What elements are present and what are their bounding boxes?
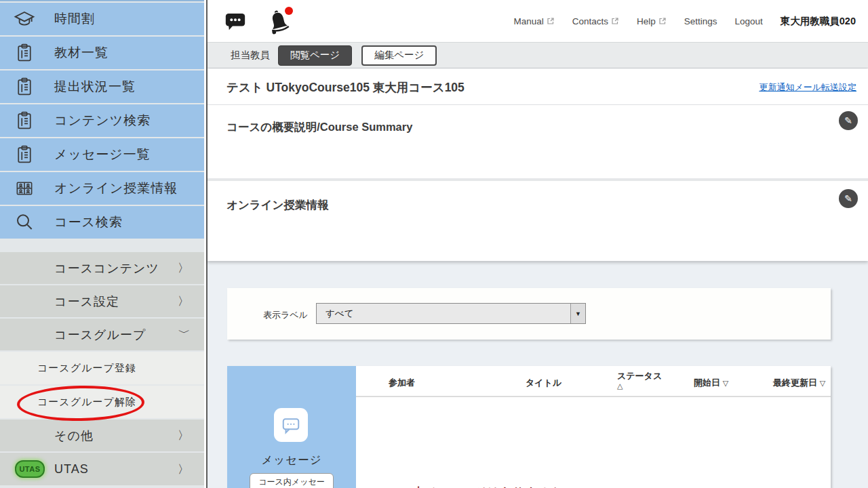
graduation-cap-icon — [12, 7, 37, 31]
external-link-icon — [547, 17, 555, 25]
clipboard-icon — [12, 142, 37, 167]
message-table-header: 参加者 タイトル ステータス △ 開始日 ▽ 最終更新日 ▽ — [356, 366, 831, 397]
sidebar-item-course-settings[interactable]: コース設定 〉 — [0, 285, 204, 317]
external-link-icon — [658, 17, 667, 25]
settings-link[interactable]: Settings — [684, 16, 717, 26]
chevron-right-icon: 〉 — [178, 462, 189, 477]
search-icon — [12, 210, 37, 235]
lms-screen: 時間割 教材一覧 提出状況一覧 — [0, 0, 868, 488]
sidebar-item-course-group-release[interactable]: コースグループ解除 — [0, 386, 204, 418]
sidebar-item-label: オンライン授業情報 — [54, 180, 178, 197]
sidebar-item-timetable[interactable]: 時間割 — [0, 3, 204, 35]
top-nav: Manual Contacts Help — [513, 0, 856, 42]
sidebar-item-course-contents[interactable]: コースコンテンツ 〉 — [0, 252, 204, 284]
sidebar-item-label: コースコンテンツ — [54, 260, 159, 277]
course-title: テスト UTokyoCourse105 東大用コース105 — [226, 79, 465, 96]
label-filter-select[interactable]: すべて ▼ — [316, 303, 586, 324]
settings-link-label: Settings — [684, 16, 717, 26]
manual-link-label: Manual — [513, 16, 543, 26]
sidebar-item-label: 教材一覧 — [54, 44, 108, 62]
course-message-button[interactable]: コース内メッセー — [250, 473, 334, 488]
role-label: 担当教員 — [231, 49, 270, 62]
sidebar-top-strip — [0, 0, 204, 1]
edit-summary-button[interactable]: ✎ — [839, 111, 858, 130]
user-name: 東大用教職員020 — [781, 15, 856, 28]
sidebar-item-course-group-register[interactable]: コースグループ登録 — [0, 352, 204, 384]
start-date-header-label: 開始日 — [694, 378, 720, 388]
sidebar-item-materials[interactable]: 教材一覧 — [0, 37, 204, 69]
logout-link[interactable]: Logout — [735, 16, 763, 26]
sidebar-item-message-list[interactable]: メッセージ一覧 — [0, 138, 204, 171]
last-updated-header-label: 最終更新日 — [773, 378, 817, 388]
sidebar-item-label: 提出状況一覧 — [54, 78, 136, 96]
message-panel-title: メッセージ — [227, 453, 356, 468]
sidebar-item-content-search[interactable]: コンテンツ検索 — [0, 104, 204, 137]
sidebar-item-label: メッセージ一覧 — [54, 146, 151, 163]
contacts-link-label: Contacts — [572, 16, 608, 26]
sidebar-item-others[interactable]: その他 〉 — [0, 420, 204, 451]
online-class-title: オンライン授業情報 — [226, 198, 328, 213]
dropdown-arrow-icon[interactable]: ▼ — [570, 304, 585, 323]
clipboard-icon — [12, 41, 37, 65]
sort-descending-icon[interactable]: ▽ — [820, 379, 825, 387]
edit-online-class-button[interactable]: ✎ — [839, 189, 858, 208]
chevron-down-icon: 〉 — [176, 329, 191, 340]
sidebar-item-label: 時間割 — [54, 10, 95, 28]
sidebar-item-label: コンテンツ検索 — [54, 112, 151, 129]
sidebar-item-utas[interactable]: UTAS UTAS 〉 — [0, 453, 204, 485]
course-summary-section: コースの概要説明/Course Summary ✎ — [208, 106, 868, 181]
chevron-right-icon: 〉 — [178, 260, 189, 276]
column-header-start-date[interactable]: 開始日 ▽ — [694, 377, 728, 389]
sidebar-item-online-class[interactable]: オンライン授業情報 — [0, 172, 204, 205]
course-panel: テスト UTokyoCourse105 東大用コース105 更新通知メール転送設… — [208, 68, 868, 261]
chevron-right-icon: 〉 — [178, 428, 189, 443]
column-header-participants[interactable]: 参加者 — [389, 377, 415, 389]
tab-bar: 担当教員 閲覧ページ 編集ページ — [208, 42, 868, 68]
sort-descending-icon[interactable]: ▽ — [723, 379, 728, 387]
messages-icon[interactable] — [224, 8, 247, 33]
sidebar: 時間割 教材一覧 提出状況一覧 — [0, 0, 204, 488]
manual-link[interactable]: Manual — [513, 16, 554, 26]
main-area: Manual Contacts Help — [208, 0, 868, 488]
message-bubble-icon — [274, 408, 308, 442]
column-header-title[interactable]: タイトル — [526, 377, 561, 389]
tab-view-page[interactable]: 閲覧ページ — [278, 45, 352, 66]
notifications-bell-icon[interactable] — [266, 8, 292, 35]
sidebar-item-course-search[interactable]: コース検索 — [0, 206, 204, 239]
logout-link-label: Logout — [735, 16, 763, 26]
message-category-cell: メッセージ コース内メッセー — [227, 366, 356, 488]
sidebar-item-course-group[interactable]: コースグループ 〉 — [0, 319, 204, 350]
sidebar-item-submissions[interactable]: 提出状況一覧 — [0, 70, 204, 103]
sidebar-item-label: コースグループ — [54, 327, 146, 343]
clipboard-icon — [12, 75, 37, 99]
column-header-last-updated[interactable]: 最終更新日 ▽ — [773, 377, 825, 389]
sidebar-item-label: コースグループ登録 — [37, 362, 136, 375]
sidebar-item-label: その他 — [54, 428, 94, 444]
help-link[interactable]: Help — [637, 16, 667, 26]
notification-forward-link[interactable]: 更新通知メール転送設定 — [759, 81, 856, 94]
sidebar-item-label: コース検索 — [54, 214, 123, 231]
help-link-label: Help — [637, 16, 656, 26]
course-header: テスト UTokyoCourse105 東大用コース105 更新通知メール転送設… — [208, 68, 868, 105]
clipped-red-text: コース内メッセージはありません。 — [376, 485, 810, 488]
sidebar-item-label: コース設定 — [54, 293, 119, 310]
sort-ascending-icon[interactable]: △ — [617, 382, 623, 390]
sidebar-item-label: コースグループ解除 — [37, 396, 136, 409]
online-class-section: オンライン授業情報 ✎ — [208, 184, 868, 261]
clipboard-icon — [12, 108, 37, 133]
label-filter-card: 表示ラベル すべて ▼ — [227, 288, 831, 340]
column-header-status[interactable]: ステータス △ — [617, 371, 662, 390]
contacts-link[interactable]: Contacts — [572, 16, 619, 26]
tab-edit-page[interactable]: 編集ページ — [361, 45, 437, 66]
message-table-card: メッセージ コース内メッセー 参加者 タイトル ステータス △ 開始日 ▽ 最終… — [227, 366, 831, 488]
external-link-icon — [611, 17, 619, 25]
display-label-caption: 表示ラベル — [263, 309, 308, 321]
utas-logo: UTAS — [15, 460, 45, 478]
top-bar: Manual Contacts Help — [208, 0, 868, 42]
sidebar-item-label: UTAS — [54, 462, 89, 476]
pencil-icon: ✎ — [844, 115, 852, 126]
pencil-icon: ✎ — [844, 193, 852, 204]
course-summary-title: コースの概要説明/Course Summary — [226, 120, 412, 135]
chevron-right-icon: 〉 — [178, 293, 189, 309]
label-filter-selected-value: すべて — [317, 304, 570, 323]
